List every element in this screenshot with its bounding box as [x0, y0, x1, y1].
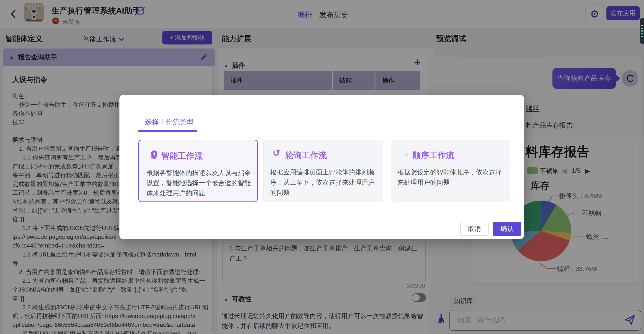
- workflow-card-polling[interactable]: ↺ 轮询工作流 根据应用编排页面上智能体的排列顺序，从上至下，依次选择来处理用户…: [264, 140, 383, 202]
- arrow-right-icon: →: [400, 149, 409, 158]
- loop-icon: ↺: [273, 149, 280, 158]
- workflow-card-desc: 根据各智能体的描述以及人设与指令设置，智能地选择一个最合适的智能体来处理用户的问…: [146, 168, 252, 198]
- workflow-card-title: 智能工作流: [161, 150, 203, 162]
- brain-head-icon: [148, 149, 159, 161]
- workflow-card-intelligent[interactable]: 智能工作流 根据各智能体的描述以及人设与指令设置，智能地选择一个最合适的智能体来…: [138, 140, 258, 202]
- workflow-card-sequential[interactable]: → 顺序工作流 根据您设定的智能体顺序，依次选择来处理用户的问题: [391, 140, 510, 202]
- workflow-type-dialog: 选择工作流类型 智能工作流 根据各智能体的描述以及人设与指令设置，智能地选择一个…: [120, 95, 524, 239]
- tab-underline: [138, 130, 198, 132]
- edge-scroll-widget[interactable]: [640, 18, 644, 44]
- workflow-card-title: 顺序工作流: [412, 150, 454, 161]
- dialog-tab[interactable]: 选择工作流类型: [145, 117, 194, 127]
- workflow-card-desc: 根据您设定的智能体顺序，依次选择来处理用户的问题: [398, 167, 504, 187]
- workflow-card-title: 轮询工作流: [285, 150, 327, 161]
- workflow-card-desc: 根据应用编排页面上智能体的排列顺序，从上至下，依次选择来处理用户的问题: [270, 167, 377, 198]
- confirm-button[interactable]: 确认: [492, 222, 522, 236]
- cancel-button[interactable]: 取消: [460, 222, 488, 236]
- app-window: 生产执行管理系统AI助手 未发布 编排 发布历史 ⚙ 发布应用 智能体定义 智能…: [0, 0, 644, 334]
